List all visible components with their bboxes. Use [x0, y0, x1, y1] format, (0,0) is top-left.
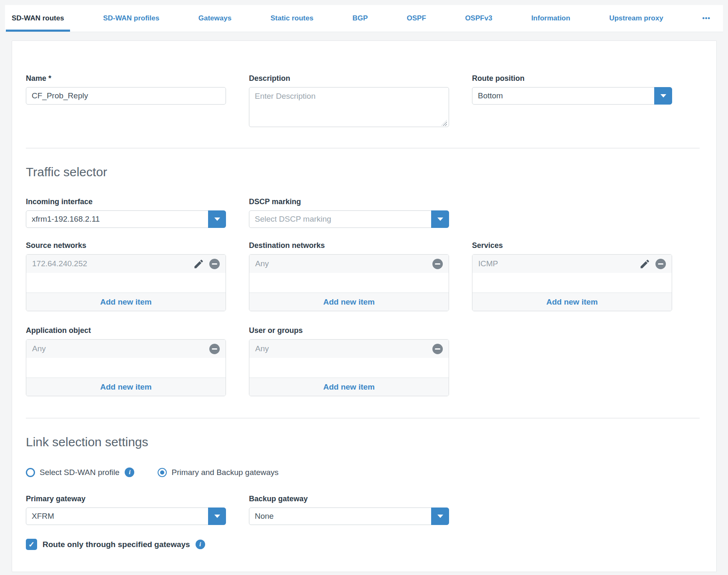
link-selection-heading: Link selection settings: [26, 435, 700, 449]
chevron-down-icon: [660, 94, 666, 98]
tab-upstream-proxy[interactable]: Upstream proxy: [603, 5, 669, 32]
incoming-interface-label: Incoming interface: [26, 198, 226, 206]
description-input[interactable]: [249, 87, 449, 127]
list-item: ICMP: [472, 255, 672, 273]
tab-ospf[interactable]: OSPF: [401, 5, 432, 32]
tab-ospfv3[interactable]: OSPFv3: [459, 5, 498, 32]
radio-label: Select SD-WAN profile: [40, 468, 119, 477]
chevron-down-icon: [214, 218, 220, 221]
name-input[interactable]: [26, 87, 226, 105]
backup-gateway-select[interactable]: None: [249, 508, 449, 525]
destination-networks-list: Any Add new item: [249, 254, 449, 311]
link-selection-radio-group: Select SD-WAN profile Primary and Backup…: [26, 468, 700, 477]
chevron-down-icon: [437, 515, 443, 518]
list-item-text: 172.64.240.252: [32, 259, 87, 268]
gateway-row: Primary gateway XFRM Backup gateway None: [26, 495, 700, 525]
remove-icon[interactable]: [209, 344, 220, 354]
route-position-select[interactable]: Bottom: [472, 87, 672, 105]
dscp-marking-field: DSCP marking Select DSCP marking: [249, 198, 449, 228]
route-only-checkbox-label: Route only through specified gateways: [43, 540, 190, 549]
remove-icon[interactable]: [655, 259, 666, 269]
tab-static-routes[interactable]: Static routes: [265, 5, 319, 32]
application-object-list: Any Add new item: [26, 339, 226, 396]
list-item: Any: [26, 340, 226, 358]
tab-sd-wan-profiles[interactable]: SD-WAN profiles: [97, 5, 165, 32]
radio-primary-and-backup-gateways[interactable]: Primary and Backup gateways: [158, 468, 279, 477]
name-label: Name *: [26, 74, 226, 83]
incoming-interface-field: Incoming interface xfrm1-192.168.2.11: [26, 198, 226, 228]
application-row: Application object Any Add new item User…: [26, 326, 700, 396]
incoming-interface-select[interactable]: xfrm1-192.168.2.11: [26, 210, 226, 228]
list-item-text: ICMP: [478, 259, 498, 268]
interface-row: Incoming interface xfrm1-192.168.2.11 DS…: [26, 198, 700, 228]
list-item-text: Any: [32, 344, 46, 353]
user-or-groups-list: Any Add new item: [249, 339, 449, 396]
services-label: Services: [472, 241, 672, 250]
radio-label: Primary and Backup gateways: [171, 468, 279, 477]
incoming-interface-dropdown-button[interactable]: [208, 210, 226, 228]
tab-bgp[interactable]: BGP: [346, 5, 374, 32]
general-row: Name * Description Route position Bottom: [26, 74, 700, 129]
source-networks-add-button[interactable]: Add new item: [26, 292, 226, 311]
services-list: ICMP Add new item: [472, 254, 672, 311]
list-item: Any: [249, 255, 449, 273]
application-object-label: Application object: [26, 326, 226, 335]
destination-networks-add-button[interactable]: Add new item: [249, 292, 449, 311]
edit-icon[interactable]: [193, 258, 204, 270]
remove-icon[interactable]: [432, 344, 443, 354]
application-object-field: Application object Any Add new item: [26, 326, 226, 396]
radio-select-sd-wan-profile[interactable]: Select SD-WAN profile: [26, 468, 119, 477]
incoming-interface-value: xfrm1-192.168.2.11: [26, 215, 208, 224]
remove-icon[interactable]: [432, 259, 443, 269]
user-or-groups-add-button[interactable]: Add new item: [249, 378, 449, 396]
backup-gateway-value: None: [249, 512, 431, 521]
primary-gateway-field: Primary gateway XFRM: [26, 495, 226, 525]
radio-icon: [26, 468, 35, 477]
route-only-row: Route only through specified gateways: [26, 539, 700, 550]
backup-gateway-dropdown-button[interactable]: [431, 508, 449, 525]
user-or-groups-field: User or groups Any Add new item: [249, 326, 449, 396]
edit-icon[interactable]: [639, 258, 650, 270]
chevron-down-icon: [437, 218, 443, 221]
tab-sd-wan-routes[interactable]: SD-WAN routes: [6, 5, 70, 32]
services-field: Services ICMP Add new item: [472, 241, 672, 311]
sd-wan-route-form: Name * Description Route position Bottom…: [12, 40, 717, 572]
section-divider: [26, 148, 700, 148]
description-field: Description: [249, 74, 449, 129]
info-icon[interactable]: [196, 540, 205, 549]
destination-networks-label: Destination networks: [249, 241, 449, 250]
name-field: Name *: [26, 74, 226, 129]
tabs-overflow-icon[interactable]: •••: [696, 5, 716, 32]
tab-bar: SD-WAN routes SD-WAN profiles Gateways S…: [5, 5, 723, 32]
primary-gateway-dropdown-button[interactable]: [208, 508, 226, 525]
primary-gateway-select[interactable]: XFRM: [26, 508, 226, 525]
chevron-down-icon: [214, 515, 220, 518]
primary-gateway-label: Primary gateway: [26, 495, 226, 503]
route-only-checkbox[interactable]: [26, 539, 37, 550]
tab-information[interactable]: Information: [525, 5, 576, 32]
list-item: Any: [249, 340, 449, 358]
list-item-text: Any: [255, 344, 269, 353]
source-networks-list: 172.64.240.252 Add new item: [26, 254, 226, 311]
traffic-selector-heading: Traffic selector: [26, 165, 700, 179]
services-add-button[interactable]: Add new item: [472, 292, 672, 311]
dscp-marking-value: Select DSCP marking: [249, 215, 431, 224]
description-label: Description: [249, 74, 449, 83]
route-position-dropdown-button[interactable]: [654, 87, 672, 105]
backup-gateway-field: Backup gateway None: [249, 495, 449, 525]
tab-gateways[interactable]: Gateways: [193, 5, 237, 32]
dscp-marking-dropdown-button[interactable]: [431, 210, 449, 228]
networks-row: Source networks 172.64.240.252 Add new i…: [26, 241, 700, 311]
backup-gateway-label: Backup gateway: [249, 495, 449, 503]
source-networks-label: Source networks: [26, 241, 226, 250]
user-or-groups-label: User or groups: [249, 326, 449, 335]
remove-icon[interactable]: [209, 259, 220, 269]
destination-networks-field: Destination networks Any Add new item: [249, 241, 449, 311]
dscp-marking-select[interactable]: Select DSCP marking: [249, 210, 449, 228]
primary-gateway-value: XFRM: [26, 512, 208, 521]
route-position-label: Route position: [472, 74, 672, 83]
application-object-add-button[interactable]: Add new item: [26, 378, 226, 396]
route-position-value: Bottom: [472, 91, 654, 100]
radio-icon: [158, 468, 167, 477]
info-icon[interactable]: [125, 468, 134, 477]
